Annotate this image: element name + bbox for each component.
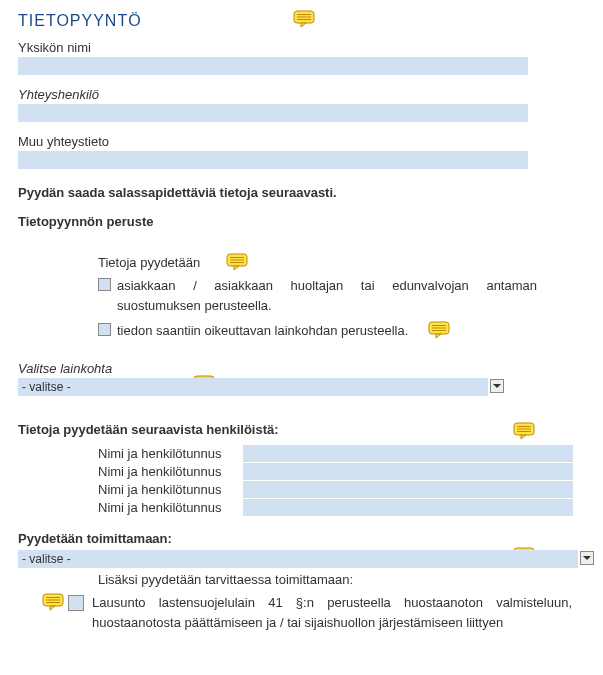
contact-person-input[interactable] [18, 104, 528, 122]
law-select[interactable]: - valitse - [18, 378, 488, 396]
comment-annotation-icon[interactable] [513, 422, 535, 440]
statement-checkbox[interactable] [68, 595, 84, 611]
chevron-down-icon[interactable] [580, 551, 594, 565]
basis-prompt: Tietoja pyydetään [98, 255, 200, 270]
delivery-select-value: - valitse - [22, 552, 71, 566]
delivery-select[interactable]: - valitse - [18, 550, 578, 568]
person-name-id-input[interactable] [243, 481, 573, 498]
statement-text: Lausunto lastensuojelulain 41 §:n perust… [92, 593, 572, 635]
basis-heading: Tietopyynnön peruste [18, 214, 591, 229]
law-select-value: - valitse - [22, 380, 71, 394]
contact-person-label: Yhteyshenkilö [18, 87, 591, 102]
delivery-heading: Pyydetään toimittamaan: [18, 531, 591, 546]
person-row-label: Nimi ja henkilötunnus [98, 464, 243, 479]
law-option-text: tiedon saantiin oikeuttavan lainkohdan p… [117, 321, 408, 341]
comment-annotation-icon[interactable] [226, 253, 248, 271]
person-name-id-input[interactable] [243, 499, 573, 516]
consent-checkbox[interactable] [98, 278, 111, 291]
unit-name-label: Yksikön nimi [18, 40, 591, 55]
other-contact-input[interactable] [18, 151, 528, 169]
person-row-label: Nimi ja henkilötunnus [98, 482, 243, 497]
comment-annotation-icon[interactable] [42, 593, 64, 611]
person-row-label: Nimi ja henkilötunnus [98, 500, 243, 515]
unit-name-input[interactable] [18, 57, 528, 75]
person-name-id-input[interactable] [243, 463, 573, 480]
person-name-id-input[interactable] [243, 445, 573, 462]
law-checkbox[interactable] [98, 323, 111, 336]
person-row-label: Nimi ja henkilötunnus [98, 446, 243, 461]
chevron-down-icon[interactable] [490, 379, 504, 393]
other-contact-label: Muu yhteystieto [18, 134, 591, 149]
law-select-label: Valitse lainkohta [18, 361, 591, 376]
comment-annotation-icon[interactable] [428, 321, 450, 339]
persons-heading: Tietoja pyydetään seuraavista henkilöist… [18, 422, 591, 437]
consent-option-text: asiakkaan / asiakkaan huoltajan tai edun… [117, 276, 537, 315]
comment-annotation-icon[interactable] [293, 10, 315, 28]
main-statement: Pyydän saada salassapidettäviä tietoja s… [18, 185, 591, 200]
